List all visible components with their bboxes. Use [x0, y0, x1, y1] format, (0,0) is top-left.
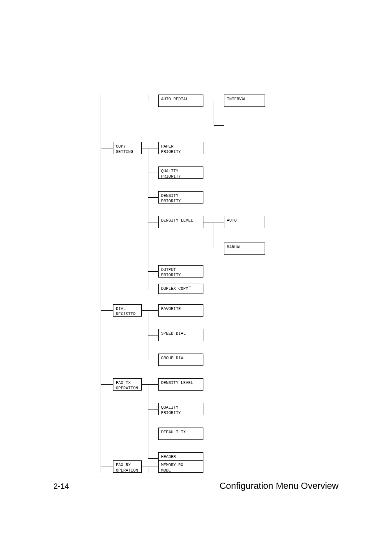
- connector-line: [214, 101, 224, 101]
- connector-line: [148, 290, 158, 290]
- box-duplex-copy: DUPLEX COPY*1: [158, 284, 203, 294]
- label: DEFAULT TX: [161, 430, 186, 435]
- connector-line: [214, 125, 224, 126]
- connector-line: [142, 310, 148, 311]
- box-density-priority: DENSITY PRIORITY: [158, 191, 203, 204]
- box-fax-tx-operation: FAX TX OPERATION: [113, 378, 142, 391]
- box-paper-priority: PAPER PRIORITY: [158, 142, 203, 154]
- label: DENSITY LEVEL: [161, 218, 193, 223]
- connector-line: [101, 148, 113, 148]
- box-output-priority: OUTPUT PRIORITY: [158, 265, 203, 278]
- connector-line: [148, 384, 148, 458]
- connector-line: [148, 467, 148, 473]
- label: GROUP DIAL: [161, 356, 186, 361]
- superscript: *1: [188, 286, 191, 289]
- label: QUALITY PRIORITY: [161, 169, 181, 179]
- box-quality-priority: QUALITY PRIORITY: [158, 166, 203, 179]
- connector-line: [101, 384, 113, 385]
- connector-line: [148, 222, 158, 222]
- connector-line: [148, 101, 158, 101]
- label: FAVORITE: [161, 307, 181, 311]
- connector-line: [148, 467, 158, 467]
- box-speed-dial: SPEED DIAL: [158, 329, 203, 341]
- connector-line: [101, 310, 113, 311]
- connector-line: [148, 458, 158, 459]
- box-copy-setting: COPY SETTING: [113, 142, 142, 154]
- connector-line: [148, 95, 148, 101]
- label: HEADER: [161, 455, 176, 459]
- label: PAPER PRIORITY: [161, 144, 181, 154]
- box-auto: AUTO: [224, 216, 265, 228]
- box-density-level: DENSITY LEVEL: [158, 216, 203, 228]
- connector-line: [101, 467, 113, 467]
- connector-line: [148, 384, 158, 385]
- connector-line: [214, 222, 224, 222]
- connector-line: [148, 197, 158, 198]
- label: MEMORY RX MODE: [161, 463, 183, 473]
- box-memory-rx-mode: MEMORY RX MODE: [158, 460, 203, 473]
- connector-line: [148, 148, 158, 148]
- box-auto-redial: AUTO REDIAL: [158, 95, 203, 107]
- box-fax-rx-operation: FAX RX OPERATION: [113, 460, 142, 473]
- box-default-tx: DEFAULT TX: [158, 428, 203, 440]
- box-quality-priority-2: QUALITY PRIORITY: [158, 403, 203, 415]
- connector-line: [214, 249, 224, 249]
- connector-line: [148, 360, 158, 360]
- connector-line: [214, 222, 214, 249]
- box-favorite: FAVORITE: [158, 304, 203, 317]
- box-interval: INTERVAL: [224, 95, 265, 107]
- connector-line: [148, 409, 158, 409]
- label: COPY SETTING: [116, 144, 133, 154]
- label: FAX TX OPERATION: [116, 381, 138, 391]
- box-manual: MANUAL: [224, 243, 265, 255]
- label: AUTO: [227, 218, 237, 223]
- connector-line: [142, 467, 148, 467]
- label: INTERVAL: [227, 97, 247, 102]
- connector-line: [148, 173, 158, 173]
- page-number: 2-14: [53, 482, 69, 491]
- page-title: Configuration Menu Overview: [219, 481, 339, 491]
- label: SPEED DIAL: [161, 331, 186, 336]
- label: AUTO REDIAL: [161, 97, 188, 102]
- label: QUALITY PRIORITY: [161, 405, 181, 415]
- label: DENSITY LEVEL: [161, 381, 193, 385]
- label: OUTPUT PRIORITY: [161, 268, 181, 278]
- box-density-level-2: DENSITY LEVEL: [158, 378, 203, 391]
- connector-line: [148, 335, 158, 335]
- connector-line: [148, 271, 158, 272]
- label: DIAL REGISTER: [116, 307, 136, 317]
- label: DUPLEX COPY: [161, 287, 188, 291]
- connector-line: [214, 101, 214, 125]
- connector-line: [142, 148, 148, 148]
- connector-line: [142, 384, 148, 385]
- connector-line: [148, 148, 148, 290]
- footer: 2-14 Configuration Menu Overview: [53, 477, 339, 491]
- connector-line: [203, 222, 214, 222]
- connector-line: [203, 101, 214, 101]
- label: MANUAL: [227, 245, 242, 250]
- connector-line: [148, 434, 158, 434]
- connector-line: [148, 310, 158, 311]
- label: DENSITY PRIORITY: [161, 194, 181, 204]
- box-group-dial: GROUP DIAL: [158, 354, 203, 366]
- box-dial-register: DIAL REGISTER: [113, 304, 142, 317]
- label: FAX RX OPERATION: [116, 463, 138, 473]
- tree-main-line: [101, 95, 101, 473]
